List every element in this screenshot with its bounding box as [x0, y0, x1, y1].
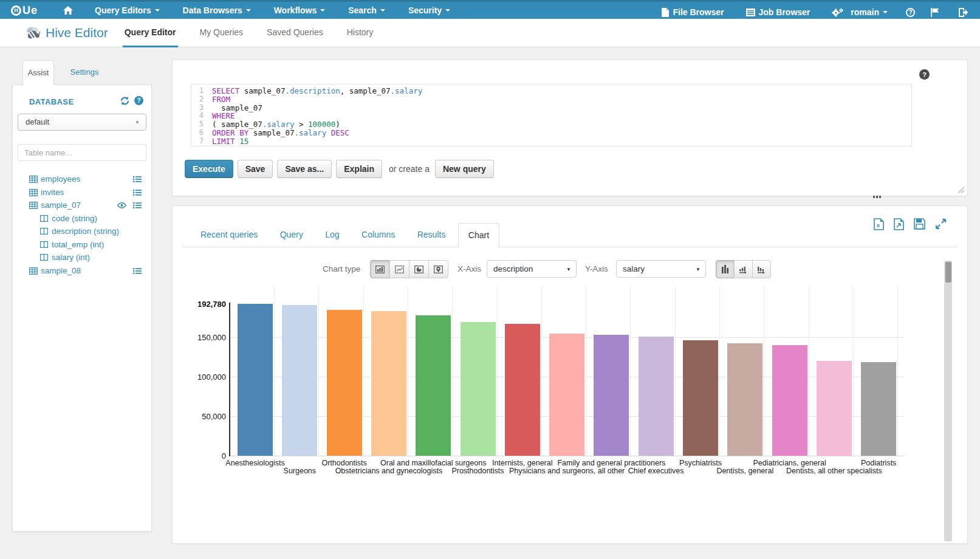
- expand-results-button[interactable]: [935, 218, 947, 230]
- item-name: invites: [41, 188, 64, 197]
- refresh-button[interactable]: [120, 97, 129, 105]
- expand-icon: [935, 218, 947, 230]
- tab-recent-queries[interactable]: Recent queries: [191, 223, 267, 247]
- editor-resize-grip[interactable]: [958, 187, 964, 193]
- new-query-button[interactable]: New query: [435, 160, 494, 178]
- chart-scrollbar-thumb[interactable]: [945, 262, 951, 283]
- chart-type-group: [370, 260, 448, 278]
- column-item-total_emp[interactable]: total_emp (int): [13, 239, 151, 252]
- download-csv-button[interactable]: [894, 218, 904, 230]
- table-item-sample_07[interactable]: sample_07: [13, 199, 151, 213]
- gridline-vertical: [408, 286, 408, 456]
- bar-prosthodontists: [461, 322, 496, 456]
- bar-dentists-general: [727, 343, 762, 456]
- list-icon: [746, 9, 755, 16]
- chart-controls: Chart type X-Axis description ▼ Y-Axis s…: [173, 259, 967, 279]
- sort-asc-button[interactable]: [734, 260, 753, 278]
- file-browser-button[interactable]: File Browser: [662, 7, 724, 17]
- job-browser-button[interactable]: Job Browser: [746, 7, 810, 17]
- user-menu[interactable]: romain: [832, 7, 888, 17]
- bar-chart: 050,000100,000150,000192,780Anesthesiolo…: [230, 286, 950, 456]
- editor-help-icon[interactable]: ?: [919, 69, 930, 80]
- tab-log[interactable]: Log: [315, 223, 349, 247]
- chart-type-bars-button[interactable]: [370, 260, 390, 278]
- table-item-employees[interactable]: employees: [13, 173, 151, 187]
- execute-button[interactable]: Execute: [185, 160, 233, 178]
- column-icon: [40, 215, 48, 222]
- preview-eye-icon[interactable]: [117, 202, 126, 208]
- tab-columns[interactable]: Columns: [352, 223, 405, 247]
- chart-type-map-button[interactable]: [428, 260, 448, 278]
- tab-settings[interactable]: Settings: [66, 60, 103, 84]
- table-details-icon[interactable]: [133, 267, 142, 275]
- y-axis-label: Y-Axis: [585, 264, 608, 273]
- bar-anesthesiologists: [238, 304, 273, 456]
- gridline-vertical: [452, 286, 453, 456]
- download-xls-button[interactable]: x: [874, 218, 884, 230]
- item-name: sample_08: [41, 266, 81, 275]
- sort-group: [716, 260, 771, 278]
- hive-editor-home-link[interactable]: Hive Editor: [24, 25, 108, 41]
- x-axis-category-label: Obstetricians and gynecologists: [335, 467, 442, 475]
- nav-menu-data-browsers[interactable]: Data Browsers: [183, 5, 251, 15]
- save-as-button[interactable]: Save as...: [277, 160, 332, 178]
- column-item-salary[interactable]: salary (int): [13, 252, 151, 265]
- sort-desc-button[interactable]: [752, 260, 771, 278]
- column-icon: [40, 228, 48, 235]
- tab-assist[interactable]: Assist: [22, 60, 54, 85]
- item-name: total_emp (int): [52, 240, 104, 249]
- x-axis-select[interactable]: description ▼: [487, 260, 577, 278]
- explain-button[interactable]: Explain: [336, 160, 382, 178]
- tab-history[interactable]: History: [345, 19, 375, 47]
- table-filter-input[interactable]: [18, 144, 146, 161]
- x-axis-category-label: Oral and maxillofacial surgeons: [380, 459, 486, 467]
- sql-code-lines: SELECT sample_07.description, sample_07.…: [212, 84, 911, 146]
- gridline-vertical: [363, 286, 364, 456]
- bar-orthodontists: [327, 310, 362, 456]
- tab-saved-queries[interactable]: Saved Queries: [265, 19, 325, 47]
- nav-menu-security[interactable]: Security: [408, 5, 450, 15]
- gridline-vertical: [719, 286, 720, 456]
- panel-resize-handle[interactable]: [873, 196, 882, 198]
- column-icon: [40, 254, 48, 261]
- y-axis-select[interactable]: salary ▼: [616, 260, 706, 278]
- table-icon: [29, 189, 38, 196]
- help-button[interactable]: ?: [906, 8, 915, 17]
- database-help-icon[interactable]: ?: [134, 96, 143, 105]
- column-item-description[interactable]: description (string): [13, 225, 151, 239]
- chart-type-line-button[interactable]: [389, 260, 409, 278]
- nav-menu-search[interactable]: Search: [348, 5, 385, 15]
- tab-results[interactable]: Results: [408, 223, 456, 247]
- file-icon: [662, 8, 669, 17]
- sql-code-editor[interactable]: 1234567 SELECT sample_07.description, sa…: [191, 84, 912, 146]
- tab-query[interactable]: Query: [270, 223, 313, 247]
- nav-menu-workflows[interactable]: Workflows: [274, 5, 326, 15]
- results-panel: Recent queries Query Log Columns Results…: [172, 205, 968, 544]
- chevron-down-icon: [155, 9, 160, 12]
- sort-none-button[interactable]: [716, 260, 735, 278]
- chart-scrollbar[interactable]: [944, 261, 952, 541]
- column-item-code[interactable]: code (string): [13, 213, 151, 226]
- hue-logo[interactable]: H Ue: [11, 4, 38, 17]
- chart-type-pie-button[interactable]: [409, 260, 429, 278]
- table-details-icon[interactable]: [133, 202, 142, 209]
- table-item-invites[interactable]: invites: [13, 187, 151, 200]
- bar-podiatrists: [861, 362, 896, 456]
- tab-query-editor[interactable]: Query Editor: [123, 19, 178, 47]
- gridline-vertical: [675, 286, 676, 456]
- hue-logo-h: H: [11, 5, 21, 16]
- table-item-sample_08[interactable]: sample_08: [13, 265, 151, 278]
- tab-my-queries[interactable]: My Queries: [198, 19, 245, 47]
- app-title-text: Hive Editor: [46, 26, 108, 40]
- tab-chart[interactable]: Chart: [458, 223, 499, 248]
- nav-menu-query-editors[interactable]: Query Editors: [95, 5, 160, 15]
- table-details-icon[interactable]: [133, 176, 142, 183]
- database-select[interactable]: default ▼: [18, 114, 146, 131]
- table-details-icon[interactable]: [133, 189, 142, 196]
- feedback-button[interactable]: [931, 8, 943, 17]
- home-button[interactable]: [63, 6, 77, 15]
- line-number-gutter: 1234567: [191, 84, 207, 146]
- save-button[interactable]: Save: [238, 160, 273, 178]
- save-results-button[interactable]: [914, 218, 925, 230]
- sign-out-button[interactable]: [959, 8, 971, 17]
